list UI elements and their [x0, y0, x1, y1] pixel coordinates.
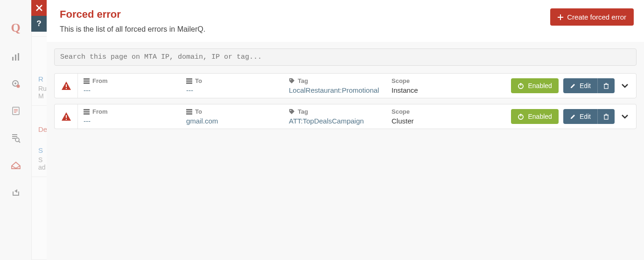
svg-rect-26 [186, 82, 192, 84]
delete-button[interactable] [597, 78, 615, 93]
svg-rect-19 [66, 84, 67, 87]
svg-point-41 [290, 110, 291, 111]
svg-rect-36 [84, 111, 90, 112]
tag-icon [289, 109, 295, 115]
create-forced-error-button[interactable]: Create forced error [550, 8, 634, 26]
tag-value: ATT:TopDealsCampaign [289, 117, 392, 125]
rows-container: From --- To --- [47, 68, 644, 134]
svg-rect-38 [186, 109, 192, 110]
tag-label: Tag [298, 77, 308, 84]
scope-label: Scope [392, 108, 505, 115]
expand-toggle[interactable] [619, 83, 630, 88]
search-wrap [47, 42, 644, 68]
svg-rect-37 [84, 113, 90, 115]
tag-value: LocalRestaurant:Promotional [289, 86, 392, 94]
help-button[interactable]: ? [31, 16, 47, 32]
close-button[interactable] [31, 0, 47, 16]
forced-error-row: From --- To gmail.com [54, 104, 637, 129]
svg-rect-30 [604, 84, 608, 89]
svg-rect-23 [84, 82, 90, 84]
edit-label: Edit [580, 82, 591, 89]
svg-rect-44 [604, 115, 608, 119]
server-icon [186, 78, 192, 84]
plus-icon [558, 14, 563, 20]
enabled-label: Enabled [528, 82, 552, 89]
pencil-icon [570, 83, 576, 89]
trash-icon [603, 83, 609, 89]
scope-value: Instance [392, 86, 505, 94]
edit-button[interactable]: Edit [563, 78, 597, 93]
forced-error-row: From --- To --- [54, 73, 637, 98]
power-icon [518, 113, 524, 120]
top-controls: ? [31, 0, 47, 32]
svg-rect-34 [66, 119, 67, 120]
svg-rect-21 [84, 78, 90, 80]
enabled-label: Enabled [528, 113, 552, 120]
to-value: --- [186, 86, 289, 94]
edit-label: Edit [580, 113, 591, 120]
from-value: --- [84, 86, 186, 94]
tag-label: Tag [298, 108, 308, 115]
to-value: gmail.com [186, 117, 289, 125]
edit-button[interactable]: Edit [563, 109, 597, 124]
from-value: --- [84, 117, 186, 125]
svg-rect-40 [186, 113, 192, 115]
server-icon [84, 78, 90, 84]
header: Forced error This is the list of all for… [47, 0, 644, 42]
scope-value: Cluster [392, 117, 505, 125]
svg-rect-20 [66, 88, 67, 89]
svg-point-27 [290, 79, 291, 80]
from-label: From [92, 77, 108, 84]
scope-label: Scope [392, 77, 505, 84]
warning-icon [55, 104, 78, 129]
warning-icon [55, 74, 78, 98]
svg-rect-35 [84, 109, 90, 110]
main-panel: Forced error This is the list of all for… [47, 0, 644, 260]
enabled-toggle-button[interactable]: Enabled [511, 78, 558, 93]
to-label: To [195, 108, 202, 115]
svg-rect-25 [186, 80, 192, 82]
server-icon [84, 109, 90, 115]
page-subtitle: This is the list of all forced errors in… [60, 25, 550, 34]
to-label: To [195, 77, 202, 84]
server-icon [186, 109, 192, 115]
power-icon [518, 82, 524, 89]
from-label: From [92, 108, 108, 115]
svg-rect-24 [186, 78, 192, 80]
page-title: Forced error [60, 8, 550, 21]
expand-toggle[interactable] [619, 114, 630, 119]
delete-button[interactable] [597, 109, 615, 124]
pencil-icon [570, 114, 576, 120]
svg-rect-33 [66, 115, 67, 118]
enabled-toggle-button[interactable]: Enabled [511, 109, 558, 124]
create-button-label: Create forced error [567, 13, 626, 21]
trash-icon [603, 114, 609, 120]
tag-icon [289, 78, 295, 84]
svg-rect-22 [84, 80, 90, 82]
svg-rect-39 [186, 111, 192, 112]
search-input[interactable] [54, 48, 637, 66]
